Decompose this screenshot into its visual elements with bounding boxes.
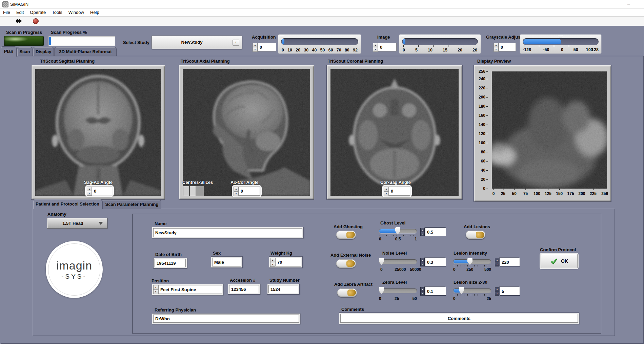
abort-icon[interactable] <box>33 18 39 24</box>
grayscale-slider-track[interactable] <box>523 38 599 45</box>
dob-field[interactable]: 19541119 <box>155 259 186 267</box>
spinner-arrows[interactable]: ▲▼ <box>373 43 378 51</box>
spinner-arrows[interactable]: ▲▼ <box>253 43 258 51</box>
noise-level-slider[interactable] <box>379 259 417 264</box>
spinner-arrows[interactable]: ▲▼ <box>495 258 499 266</box>
check-icon <box>550 257 558 265</box>
acquisition-slider[interactable]: 0102030405060708092 <box>278 34 361 54</box>
tick-label: 26 <box>472 48 477 52</box>
zebra-level-value[interactable]: 0.1 <box>425 287 446 296</box>
scan-progress-bar <box>48 36 115 46</box>
centres-slices-control[interactable] <box>183 186 204 196</box>
add-lesions-toggle[interactable] <box>466 231 485 239</box>
spinner-arrows[interactable]: ▲▼ <box>420 228 425 236</box>
lesion-intensity-value[interactable]: 220 <box>500 258 520 266</box>
acquisition-value[interactable]: 0 <box>258 43 276 51</box>
ax-cor-angle-value[interactable]: 0 <box>239 187 260 196</box>
add-external-noise-toggle[interactable] <box>336 259 356 268</box>
axis-tick-label: 0 <box>492 191 495 196</box>
centres-segment[interactable] <box>196 186 204 196</box>
noise-level-value[interactable]: 0.3 <box>425 258 446 266</box>
ghost-level-value[interactable]: 0.5 <box>425 228 446 236</box>
axis-tick-label: 225 <box>590 191 597 196</box>
grayscale-value[interactable]: 0 <box>499 43 516 51</box>
spinner-arrows[interactable]: ▲▼ <box>420 258 425 266</box>
accession-field-wrap: 123456 <box>228 284 260 295</box>
add-ghosting-label: Add Ghosting <box>334 224 363 229</box>
accession-field[interactable]: 123456 <box>229 285 259 293</box>
comments-field[interactable]: Comments <box>340 314 578 323</box>
tab-3d-multiplanar[interactable]: 3D Multi-Planar Reformat <box>54 47 117 56</box>
add-zebra-artifact-toggle[interactable] <box>337 288 357 297</box>
image-slider-fill <box>403 39 405 44</box>
name-field[interactable]: NewStudy <box>153 228 302 237</box>
menu-tools[interactable]: Tools <box>52 10 62 15</box>
spinner-arrows[interactable]: ▲▼ <box>494 43 499 51</box>
run-icon[interactable] <box>16 18 22 24</box>
axial-panel-title: TriScout Axial Planning <box>181 59 230 64</box>
menu-operate[interactable]: Operate <box>30 10 46 15</box>
chevron-down-icon[interactable] <box>98 222 103 225</box>
minimize-button[interactable]: – <box>623 0 635 8</box>
image-slider-track[interactable] <box>402 38 478 45</box>
select-study-dropdown[interactable]: NewStudy ▼ <box>152 36 242 49</box>
ghost-level-slider[interactable] <box>379 229 417 233</box>
mri-sagittal-image[interactable] <box>35 69 161 196</box>
lesion-size-slider[interactable] <box>453 288 491 293</box>
menu-edit[interactable]: Edit <box>16 10 24 15</box>
physician-field[interactable]: DrWho <box>153 315 299 323</box>
axis-tick-label: 100 <box>534 191 540 196</box>
tick-label: 25 <box>487 296 491 301</box>
sag-ax-angle-value[interactable]: 0 <box>92 187 112 195</box>
tab-scan-parameter[interactable]: Scan Parameter Planning <box>102 200 161 209</box>
sex-field[interactable]: Male <box>212 258 241 266</box>
anatomy-dropdown[interactable]: 1.5T Head <box>47 218 107 229</box>
zebra-level-slider[interactable] <box>379 288 417 293</box>
position-field[interactable]: Feet First Supine <box>158 285 222 294</box>
axis-tick-label: 200 <box>479 95 485 100</box>
image-scale: 0510152026 <box>403 48 477 52</box>
axis-tick-label: 200 <box>579 191 585 196</box>
preview-panel-title: Display Preview <box>477 59 511 64</box>
spinner-arrows[interactable]: ▲▼ <box>87 187 92 195</box>
grayscale-slider[interactable]: -128 -50 0 50 100 128 <box>520 34 602 54</box>
name-label: Name <box>155 221 166 226</box>
tick-label: 0 <box>379 296 381 301</box>
centres-segment[interactable] <box>183 186 190 196</box>
image-slider[interactable]: 0510152026 <box>399 34 481 54</box>
tab-display[interactable]: Display <box>33 47 54 56</box>
axis-tick-label: 100 <box>479 141 485 145</box>
axis-tick-label: 0 <box>483 186 485 191</box>
menu-help[interactable]: Help <box>90 10 99 15</box>
tab-patient-protocol[interactable]: Patient and Protocol Selection <box>33 199 102 209</box>
tab-plan[interactable]: Plan <box>1 46 17 57</box>
cor-sag-angle-value[interactable]: 0 <box>389 187 410 196</box>
mri-axial-image[interactable] <box>183 69 310 196</box>
tab-scan[interactable]: Scan <box>17 47 33 56</box>
centres-segment[interactable] <box>190 186 196 196</box>
preview-plot[interactable] <box>492 71 607 189</box>
spinner-arrows[interactable]: ▲▼ <box>495 287 499 295</box>
coronal-panel-frame: Cor-Sag Angle ▲▼ 0 <box>326 65 463 200</box>
weight-field[interactable]: 70 <box>275 258 301 266</box>
spinner-arrows[interactable]: ▲▼ <box>420 287 425 295</box>
acquisition-slider-track[interactable] <box>281 38 358 45</box>
position-field-wrap: ▲▼ Feet First Supine <box>152 284 223 295</box>
study-number-field[interactable]: 1524 <box>268 285 298 293</box>
mri-coronal-image[interactable] <box>330 69 459 196</box>
confirm-ok-button[interactable]: OK <box>541 254 578 268</box>
spinner-arrows[interactable]: ▲▼ <box>384 187 389 196</box>
tick-label: 0 <box>453 267 456 272</box>
spinner-arrows[interactable]: ▲▼ <box>153 285 158 294</box>
lesion-intensity-slider[interactable] <box>453 259 491 264</box>
menu-window[interactable]: Window <box>68 10 84 15</box>
lesion-size-value[interactable]: 5 <box>500 287 520 296</box>
menu-file[interactable]: File <box>3 10 10 15</box>
spinner-arrows[interactable]: ▲▼ <box>270 258 275 266</box>
window-title: SiMAGIN <box>10 2 28 7</box>
chevron-down-icon[interactable]: ▼ <box>233 40 239 46</box>
tick-label: 15 <box>443 48 447 52</box>
add-ghosting-toggle[interactable] <box>336 231 356 239</box>
spinner-arrows[interactable]: ▲▼ <box>234 187 239 196</box>
image-value[interactable]: 0 <box>378 43 397 51</box>
